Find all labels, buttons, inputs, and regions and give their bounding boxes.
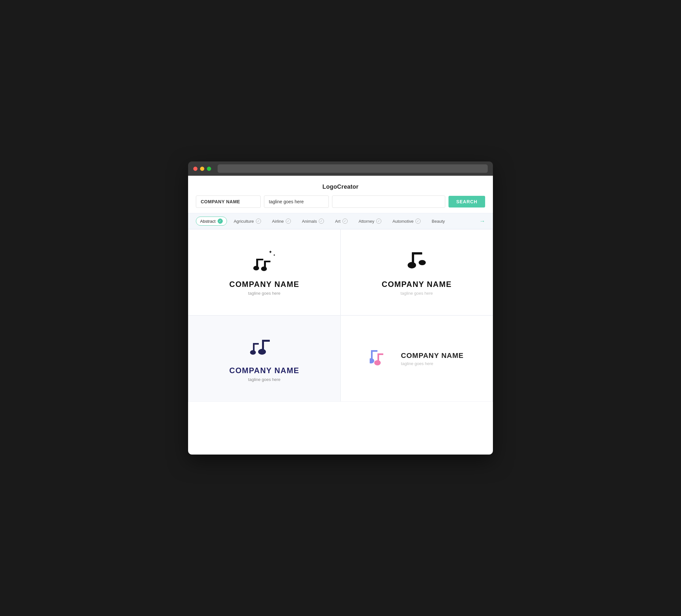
logo-2-tagline: tagline goes here — [401, 291, 433, 296]
logo-card-4[interactable]: COMPANY NAME tagline goes here — [340, 315, 493, 402]
address-bar[interactable] — [218, 164, 488, 173]
svg-text:✦: ✦ — [273, 254, 276, 257]
filter-abstract[interactable]: Abstract ✓ — [196, 216, 227, 226]
search-button[interactable]: SEARCH — [449, 196, 485, 207]
browser-window: LogoCreator SEARCH Abstract ✓ Agricultur… — [188, 161, 493, 455]
filter-automotive-label: Automotive — [393, 219, 413, 224]
logo-1-tagline: tagline goes here — [248, 291, 280, 296]
logo-icon-3 — [250, 335, 279, 362]
app-title: LogoCreator — [188, 176, 493, 196]
browser-titlebar — [188, 161, 493, 176]
agriculture-check-icon: ✓ — [256, 219, 261, 224]
svg-point-20 — [370, 358, 374, 363]
logo-1-company: COMPANY NAME — [229, 280, 299, 289]
filter-animals[interactable]: Animals ✓ — [298, 216, 328, 226]
filter-art[interactable]: Art ✓ — [331, 216, 352, 226]
logo-4-company: COMPANY NAME — [401, 352, 463, 360]
svg-point-4 — [253, 266, 259, 271]
svg-point-7 — [261, 266, 267, 271]
svg-text:✦: ✦ — [269, 249, 272, 255]
app-content: LogoCreator SEARCH Abstract ✓ Agricultur… — [188, 176, 493, 455]
svg-rect-19 — [371, 350, 377, 352]
animals-check-icon: ✓ — [319, 219, 324, 224]
svg-rect-16 — [262, 340, 270, 342]
svg-point-14 — [250, 350, 256, 355]
logo-card-2[interactable]: COMPANY NAME tagline goes here — [340, 229, 493, 315]
minimize-button[interactable] — [200, 166, 204, 171]
logo-card-4-inner: COMPANY NAME tagline goes here — [370, 347, 463, 370]
svg-rect-6 — [264, 261, 271, 262]
svg-rect-13 — [253, 343, 259, 344]
logo-icon-4 — [370, 347, 396, 370]
filter-more-button[interactable]: → — [479, 218, 485, 225]
filter-airline[interactable]: Airline ✓ — [268, 216, 295, 226]
svg-rect-9 — [412, 252, 422, 255]
logo-icon-1: ✦ ✦ — [250, 249, 279, 276]
svg-point-23 — [374, 360, 381, 365]
filter-agriculture-label: Agriculture — [234, 219, 254, 224]
logo-grid: ✦ ✦ COMPANY NAME — [188, 229, 493, 402]
airline-check-icon: ✓ — [286, 219, 291, 224]
maximize-button[interactable] — [207, 166, 211, 171]
filter-bar: Abstract ✓ Agriculture ✓ Airline ✓ Anima… — [188, 213, 493, 229]
filter-beauty[interactable]: Beauty — [427, 217, 449, 226]
filter-art-label: Art — [335, 219, 340, 224]
svg-rect-22 — [377, 353, 383, 355]
art-check-icon: ✓ — [343, 219, 348, 224]
search-bar: SEARCH — [188, 196, 493, 213]
filter-abstract-label: Abstract — [200, 219, 216, 224]
logo-icon-2 — [402, 249, 431, 276]
logo-card-1-inner: ✦ ✦ COMPANY NAME — [229, 249, 299, 296]
keyword-input[interactable] — [332, 196, 445, 208]
abstract-check-icon: ✓ — [218, 219, 223, 224]
logo-card-3-inner: COMPANY NAME tagline goes here — [229, 335, 299, 382]
filter-animals-label: Animals — [302, 219, 317, 224]
filter-beauty-label: Beauty — [432, 219, 445, 224]
logo-4-tagline: tagline goes here — [401, 361, 463, 366]
automotive-check-icon: ✓ — [415, 219, 421, 224]
filter-attorney-label: Attorney — [359, 219, 374, 224]
tagline-input[interactable] — [264, 196, 329, 208]
company-name-input[interactable] — [196, 196, 261, 208]
svg-point-17 — [258, 349, 266, 355]
logo-card-3[interactable]: COMPANY NAME tagline goes here — [188, 315, 340, 402]
svg-point-11 — [419, 260, 426, 265]
svg-point-10 — [408, 262, 416, 268]
svg-rect-3 — [256, 259, 263, 260]
logo-card-2-inner: COMPANY NAME tagline goes here — [382, 249, 452, 296]
logo-card-4-text: COMPANY NAME tagline goes here — [401, 352, 463, 366]
close-button[interactable] — [193, 166, 198, 171]
logo-3-tagline: tagline goes here — [248, 377, 280, 382]
filter-automotive[interactable]: Automotive ✓ — [388, 216, 425, 226]
filter-airline-label: Airline — [272, 219, 284, 224]
logo-card-1[interactable]: ✦ ✦ COMPANY NAME — [188, 229, 340, 315]
filter-agriculture[interactable]: Agriculture ✓ — [230, 216, 265, 226]
attorney-check-icon: ✓ — [376, 219, 381, 224]
logo-3-company: COMPANY NAME — [229, 366, 299, 375]
filter-attorney[interactable]: Attorney ✓ — [354, 216, 385, 226]
logo-2-company: COMPANY NAME — [382, 280, 452, 289]
